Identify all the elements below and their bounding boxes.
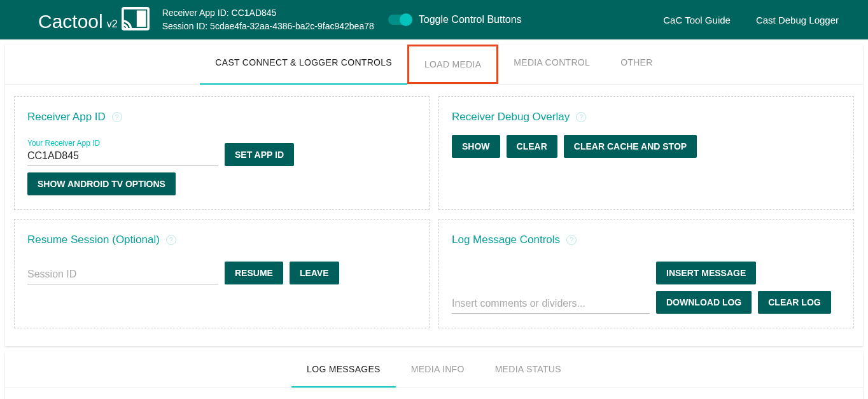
show-button[interactable]: SHOW bbox=[452, 135, 500, 158]
field-label: Your Receiver App ID bbox=[27, 139, 218, 148]
session-id-field bbox=[27, 266, 218, 284]
card-title: Receiver App ID ? bbox=[27, 111, 122, 123]
tab-cast-connect[interactable]: CAST CONNECT & LOGGER CONTROLS bbox=[200, 45, 407, 84]
main-tabs: CAST CONNECT & LOGGER CONTROLS LOAD MEDI… bbox=[5, 45, 863, 85]
cards-grid: Receiver App ID ? Your Receiver App ID S… bbox=[5, 85, 863, 340]
card-title: Log Message Controls ? bbox=[452, 234, 577, 246]
leave-button[interactable]: LEAVE bbox=[290, 262, 339, 284]
insert-message-button[interactable]: INSERT MESSAGE bbox=[656, 262, 756, 284]
logs-card: LOG MESSAGES MEDIA INFO MEDIA STATUS Cus… bbox=[5, 351, 863, 399]
clear-cache-and-stop-button[interactable]: CLEAR CACHE AND STOP bbox=[564, 135, 697, 158]
cast-debug-logger-link[interactable]: Cast Debug Logger bbox=[756, 15, 839, 25]
svg-point-2 bbox=[122, 27, 125, 29]
help-icon[interactable]: ? bbox=[112, 112, 122, 122]
download-log-button[interactable]: DOWNLOAD LOG bbox=[656, 291, 752, 314]
header: Cactool v2 Receiver App ID: CC1AD845 Ses… bbox=[0, 0, 868, 39]
svg-rect-1 bbox=[136, 10, 146, 27]
header-info: Receiver App ID: CC1AD845 Session ID: 5c… bbox=[162, 6, 374, 33]
log-buttons: INSERT MESSAGE DOWNLOAD LOG CLEAR LOG bbox=[656, 262, 841, 314]
tab-media-info[interactable]: MEDIA INFO bbox=[396, 351, 480, 387]
cast-icon bbox=[122, 7, 150, 30]
tab-other[interactable]: OTHER bbox=[605, 45, 668, 84]
receiver-app-id-card: Receiver App ID ? Your Receiver App ID S… bbox=[14, 96, 430, 210]
log-message-controls-card: Log Message Controls ? INSERT MESSAGE DO… bbox=[438, 219, 854, 328]
toggle-control-buttons: Toggle Control Buttons bbox=[388, 14, 522, 25]
tab-log-messages[interactable]: LOG MESSAGES bbox=[291, 351, 396, 387]
cac-tool-guide-link[interactable]: CaC Tool Guide bbox=[663, 15, 731, 25]
card-title: Receiver Debug Overlay ? bbox=[452, 111, 586, 123]
receiver-app-id-label: Receiver App ID: bbox=[162, 8, 229, 18]
help-icon[interactable]: ? bbox=[166, 235, 176, 245]
session-id-value: 5cdae4fa-32aa-4386-ba2c-9fac942bea78 bbox=[210, 21, 374, 31]
show-android-tv-options-button[interactable]: SHOW ANDROID TV OPTIONS bbox=[27, 172, 176, 195]
log-comment-input[interactable] bbox=[452, 295, 650, 314]
clear-button[interactable]: CLEAR bbox=[507, 135, 557, 158]
tab-load-media[interactable]: LOAD MEDIA bbox=[407, 45, 498, 84]
receiver-debug-overlay-card: Receiver Debug Overlay ? SHOW CLEAR CLEA… bbox=[438, 96, 854, 210]
resume-session-card: Resume Session (Optional) ? RESUME LEAVE bbox=[14, 219, 430, 328]
session-id-label: Session ID: bbox=[162, 21, 208, 31]
resume-button[interactable]: RESUME bbox=[225, 262, 283, 284]
toggle-switch[interactable] bbox=[388, 15, 411, 25]
logo-text: Cactool bbox=[38, 11, 103, 32]
main-controls-card: CAST CONNECT & LOGGER CONTROLS LOAD MEDI… bbox=[5, 45, 863, 346]
custom-tags-row: Custom Tags: All Tags bbox=[5, 388, 863, 399]
card-title: Resume Session (Optional) ? bbox=[27, 234, 176, 246]
receiver-app-id-value: CC1AD845 bbox=[232, 8, 277, 18]
set-app-id-button[interactable]: SET APP ID bbox=[225, 143, 294, 166]
toggle-label: Toggle Control Buttons bbox=[419, 14, 522, 25]
tab-media-status[interactable]: MEDIA STATUS bbox=[480, 351, 577, 387]
clear-log-button[interactable]: CLEAR LOG bbox=[758, 291, 830, 314]
tab-media-control[interactable]: MEDIA CONTROL bbox=[498, 45, 605, 84]
help-icon[interactable]: ? bbox=[566, 235, 577, 245]
logs-tabs: LOG MESSAGES MEDIA INFO MEDIA STATUS bbox=[5, 351, 863, 388]
help-icon[interactable]: ? bbox=[576, 112, 586, 122]
receiver-app-id-field: Your Receiver App ID bbox=[27, 139, 218, 166]
receiver-app-id-input[interactable] bbox=[27, 148, 218, 166]
session-id-input[interactable] bbox=[27, 266, 218, 284]
logo: Cactool v2 bbox=[38, 7, 150, 32]
logo-version: v2 bbox=[107, 18, 118, 30]
